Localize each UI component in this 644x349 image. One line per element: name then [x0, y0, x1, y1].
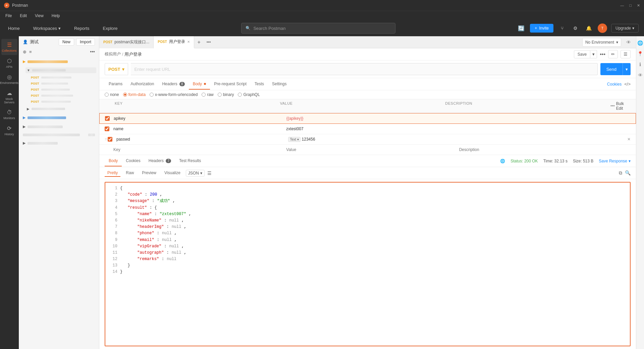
- menu-view[interactable]: View: [34, 13, 45, 19]
- sidebar-item-apis[interactable]: ⬡ APIs: [1, 55, 17, 71]
- list-icon[interactable]: ☰: [207, 170, 212, 176]
- invite-button[interactable]: + Invite: [530, 24, 553, 33]
- radio-binary[interactable]: binary: [218, 92, 234, 97]
- radio-urlencoded[interactable]: x-www-form-urlencoded: [150, 92, 198, 97]
- close-btn[interactable]: ✕: [637, 3, 640, 8]
- save-main-button[interactable]: Save: [574, 50, 590, 58]
- nav-explore[interactable]: Explore: [100, 24, 120, 33]
- list-item[interactable]: POST: [19, 87, 99, 93]
- more-options-icon[interactable]: •••: [600, 51, 605, 57]
- nav-workspaces[interactable]: Workspaces ▾: [31, 24, 63, 33]
- avatar[interactable]: T: [598, 23, 607, 33]
- tab-tests[interactable]: Tests: [251, 79, 268, 90]
- resp-tab-body[interactable]: Body: [105, 156, 122, 166]
- view-button[interactable]: ☰: [621, 50, 631, 58]
- list-item[interactable]: ▶: [19, 57, 99, 66]
- tab-postman[interactable]: POST postman实现接口...: [99, 36, 154, 48]
- tab-settings[interactable]: Settings: [268, 79, 290, 90]
- tab-headers[interactable]: Headers 8: [158, 79, 189, 90]
- edit-button[interactable]: ✏: [608, 50, 618, 58]
- row1-desc-input[interactable]: [458, 115, 630, 121]
- list-item[interactable]: ▶: [19, 105, 99, 113]
- save-response-button[interactable]: Save Response ▾: [599, 159, 631, 163]
- list-item[interactable]: ▶: [19, 122, 99, 131]
- resp-format-raw[interactable]: Raw: [123, 169, 137, 177]
- tab-add-button[interactable]: +: [194, 39, 204, 45]
- sidebar-item-collections[interactable]: ☰ Collections: [1, 39, 17, 55]
- env-view-icon[interactable]: 👁: [624, 38, 633, 47]
- list-item[interactable]: [19, 131, 99, 139]
- breadcrumb-parent[interactable]: 模拟用户: [105, 51, 121, 57]
- window-controls[interactable]: — □ ✕: [620, 3, 640, 8]
- list-item[interactable]: ▶: [19, 139, 99, 148]
- sidebar-item-environments[interactable]: ◎ Environments: [1, 71, 17, 87]
- row3-key-input[interactable]: [115, 136, 287, 142]
- method-selector[interactable]: POST ▾: [105, 63, 128, 75]
- more-options-icon[interactable]: •••: [90, 49, 95, 54]
- radio-form-data[interactable]: form-data: [123, 92, 146, 97]
- environment-dropdown[interactable]: No Environment ▾: [582, 38, 621, 47]
- right-icon-info[interactable]: ℹ: [638, 60, 642, 68]
- list-item[interactable]: ▶: [19, 113, 99, 122]
- list-item[interactable]: POST: [19, 81, 99, 87]
- tab-user-login[interactable]: POST 用户登录 ✕: [154, 36, 194, 48]
- filter-icon[interactable]: ⊕: [23, 49, 26, 54]
- row3-checkbox[interactable]: [108, 137, 112, 142]
- row1-checkbox[interactable]: [105, 116, 110, 121]
- tab-close-icon[interactable]: ✕: [187, 40, 190, 44]
- upgrade-button[interactable]: Upgrade ▾: [611, 24, 639, 33]
- menu-edit[interactable]: Edit: [18, 13, 28, 19]
- row2-checkbox[interactable]: [105, 127, 109, 131]
- new-desc-input[interactable]: [458, 147, 631, 153]
- tab-params[interactable]: Params: [105, 79, 126, 90]
- url-input[interactable]: Enter request URL: [131, 63, 597, 75]
- list-item[interactable]: ▼: [19, 66, 99, 74]
- more-cols-icon[interactable]: •••: [610, 104, 615, 108]
- sidebar-item-mock-servers[interactable]: ☁ Mock Servers: [1, 87, 17, 107]
- notifications-icon[interactable]: 🔔: [584, 23, 594, 33]
- nav-home[interactable]: Home: [5, 24, 22, 33]
- right-icon-eye[interactable]: 👁: [637, 71, 644, 79]
- right-icon-location[interactable]: 📍: [636, 50, 644, 58]
- resp-format-visualize[interactable]: Visualize: [162, 169, 183, 177]
- bulk-edit-button[interactable]: Bulk Edit: [616, 101, 631, 111]
- cookies-link[interactable]: Cookies: [607, 82, 622, 87]
- right-icon-global[interactable]: 🌐: [636, 39, 644, 47]
- tab-authorization[interactable]: Authorization: [126, 79, 158, 90]
- maximize-btn[interactable]: □: [629, 3, 632, 8]
- radio-none[interactable]: none: [105, 92, 119, 97]
- nav-reports[interactable]: Reports: [71, 24, 92, 33]
- new-key-input[interactable]: [112, 147, 285, 153]
- send-dropdown-button[interactable]: ▾: [623, 63, 631, 75]
- resp-format-preview[interactable]: Preview: [139, 169, 159, 177]
- search-box[interactable]: 🔍 Search Postman: [241, 23, 395, 34]
- list-item[interactable]: POST: [19, 93, 99, 99]
- copy-icon[interactable]: ⧉: [619, 170, 622, 176]
- row1-key-input[interactable]: [112, 115, 285, 121]
- settings-icon[interactable]: ⚙: [571, 23, 580, 33]
- row3-value-input[interactable]: [301, 136, 455, 142]
- new-button[interactable]: New: [59, 38, 74, 46]
- tab-pre-request[interactable]: Pre-request Script: [210, 79, 251, 90]
- menu-file[interactable]: File: [4, 13, 13, 19]
- list-item[interactable]: POST: [19, 99, 99, 105]
- resp-tab-headers[interactable]: Headers 7: [145, 156, 175, 166]
- row3-desc-input[interactable]: [455, 136, 627, 142]
- minimize-btn[interactable]: —: [620, 3, 624, 8]
- radio-raw[interactable]: raw: [202, 92, 213, 97]
- fork-icon[interactable]: ⑂: [557, 23, 567, 33]
- tab-more-button[interactable]: •••: [204, 40, 214, 45]
- search-json-icon[interactable]: 🔍: [625, 170, 631, 176]
- send-button[interactable]: Send: [600, 63, 623, 75]
- resp-format-pretty[interactable]: Pretty: [105, 169, 120, 177]
- row2-value-input[interactable]: [285, 126, 458, 132]
- tab-body[interactable]: Body: [189, 79, 210, 90]
- save-dropdown-button[interactable]: ▾: [590, 50, 597, 58]
- sidebar-item-history[interactable]: ⟳ History: [1, 122, 17, 139]
- sidebar-item-monitors[interactable]: ⏱ Monitors: [1, 107, 17, 122]
- new-value-input[interactable]: [285, 147, 458, 153]
- import-button[interactable]: Import: [76, 38, 95, 46]
- code-icon[interactable]: </>: [624, 82, 631, 87]
- resp-tab-cookies[interactable]: Cookies: [122, 156, 144, 166]
- sync-icon[interactable]: 🔄: [517, 23, 526, 33]
